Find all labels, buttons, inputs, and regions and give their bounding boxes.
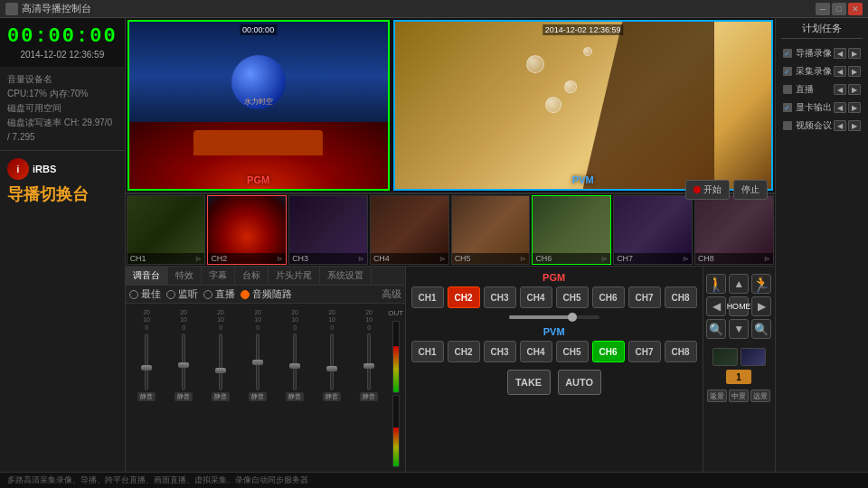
mute-btn-7[interactable]: 静音	[360, 392, 378, 401]
radio-best[interactable]: 最佳	[129, 287, 161, 301]
sidebar-arrow-right-2[interactable]: ▶	[848, 84, 861, 95]
channel-thumb-ch1[interactable]: CH1 ⊳	[127, 195, 206, 265]
sidebar-arrow-right-4[interactable]: ▶	[848, 120, 861, 131]
pvm-ch1-btn[interactable]: CH1	[411, 341, 444, 362]
pgm-ch4-btn[interactable]: CH4	[520, 286, 552, 308]
mute-btn-3[interactable]: 静音	[212, 392, 230, 401]
pgm-ch5-btn[interactable]: CH5	[556, 286, 589, 308]
fader-track-1[interactable]	[145, 333, 148, 390]
pvm-ch5-btn[interactable]: CH5	[556, 341, 589, 362]
fader-track-5[interactable]	[293, 333, 297, 390]
volume-knob[interactable]	[568, 313, 577, 322]
ptz-home-btn[interactable]: HOME	[729, 296, 749, 316]
sidebar-arrow-left-1[interactable]: ◀	[834, 66, 846, 77]
sidebar-check-1[interactable]: ✓	[783, 67, 792, 76]
ch2-icon: ⊳	[277, 255, 283, 263]
fader-track-4[interactable]	[256, 333, 259, 390]
shot-medium[interactable]: 中景	[729, 389, 749, 402]
close-button[interactable]: ✕	[848, 3, 863, 15]
channel-thumb-ch6[interactable]: CH6 ⊳	[532, 195, 611, 265]
fader-track-3[interactable]	[219, 333, 222, 390]
shot-return[interactable]: 返景	[707, 389, 727, 402]
shot-far[interactable]: 远景	[750, 389, 770, 402]
sidebar-arrow-right-1[interactable]: ▶	[848, 66, 861, 77]
pgm-ch8-btn[interactable]: CH8	[665, 286, 697, 308]
fader-track-7[interactable]	[367, 333, 371, 390]
sidebar-arrow-left-3[interactable]: ◀	[834, 102, 846, 113]
channel-thumb-ch5[interactable]: CH5 ⊳	[451, 195, 531, 265]
tab-titlecard[interactable]: 片头片尾	[269, 267, 320, 285]
ptz-walk-plus[interactable]: 🏃	[751, 274, 771, 294]
tab-effects[interactable]: 特效	[168, 267, 202, 285]
ptz-zoom-out[interactable]: 🔍	[751, 319, 771, 339]
ptz-down-btn[interactable]: ▼	[729, 319, 749, 339]
radio-monitor[interactable]: 监听	[166, 287, 198, 301]
ptz-zoom-minus[interactable]: 🔍	[706, 319, 726, 339]
minimize-button[interactable]: ─	[816, 3, 830, 15]
channel-thumb-ch4[interactable]: CH4 ⊳	[370, 195, 449, 265]
ptz-up-btn[interactable]: ▲	[729, 274, 749, 294]
mute-btn-5[interactable]: 静音	[286, 392, 304, 401]
fader-knob-3[interactable]	[215, 368, 226, 373]
sidebar-item-2: 直播 ◀ ▶	[781, 80, 863, 99]
tab-caption[interactable]: 字幕	[202, 267, 235, 285]
pgm-video: 水力时空	[129, 22, 388, 189]
camera-number[interactable]: 1	[726, 370, 751, 384]
audio-advanced-link[interactable]: 高级	[382, 287, 401, 301]
pvm-ch2-btn[interactable]: CH2	[448, 341, 480, 362]
sidebar-check-0[interactable]: ✓	[783, 49, 792, 58]
tab-mixer[interactable]: 调音台	[126, 267, 168, 285]
fader-1: 20100 静音	[129, 309, 165, 401]
fader-knob-5[interactable]	[289, 363, 300, 369]
pgm-ch1-btn[interactable]: CH1	[411, 286, 444, 308]
sidebar-arrow-right-0[interactable]: ▶	[848, 48, 861, 59]
mute-btn-2[interactable]: 静音	[175, 392, 193, 401]
volume-slider[interactable]	[509, 315, 599, 319]
radio-audio-follow[interactable]: 音频随路	[241, 287, 292, 301]
sidebar-check-4[interactable]	[783, 121, 792, 130]
pgm-ch3-btn[interactable]: CH3	[484, 286, 516, 308]
mute-btn-1[interactable]: 静音	[137, 392, 156, 401]
ptz-left-btn[interactable]: ◀	[706, 296, 726, 316]
tab-settings[interactable]: 系统设置	[320, 267, 372, 285]
channel-thumb-ch8[interactable]: CH8 ⊳	[694, 195, 774, 265]
pgm-ch2-btn[interactable]: CH2	[448, 286, 480, 308]
sidebar-arrow-left-2[interactable]: ◀	[834, 84, 846, 95]
fader-knob-1[interactable]	[141, 365, 152, 371]
pgm-ch7-btn[interactable]: CH7	[628, 286, 661, 308]
pvm-ch8-btn[interactable]: CH8	[665, 341, 697, 362]
pvm-ch3-btn[interactable]: CH3	[484, 341, 516, 362]
pvm-ch6-btn[interactable]: CH6	[592, 341, 625, 362]
ptz-zoom-in[interactable]: 🚶	[706, 274, 726, 294]
fader-track-6[interactable]	[330, 333, 334, 390]
channel-thumb-ch7[interactable]: CH7 ⊳	[613, 195, 693, 265]
timer-display: 00:00:00 2014-12-02 12:36:59	[0, 18, 125, 67]
sidebar-arrow-right-3[interactable]: ▶	[848, 102, 861, 113]
bubble-2	[564, 80, 577, 93]
channel-thumb-ch2[interactable]: CH2 ⊳	[207, 195, 287, 265]
stop-button[interactable]: 停止	[733, 180, 768, 200]
fader-knob-6[interactable]	[326, 366, 337, 371]
fader-knob-2[interactable]	[178, 362, 189, 368]
pgm-monitor: 水力时空 00:00:00 PGM	[127, 20, 390, 191]
take-button[interactable]: TAKE	[507, 370, 551, 395]
pvm-ch7-btn[interactable]: CH7	[628, 341, 661, 362]
fader-knob-7[interactable]	[363, 363, 374, 369]
tab-logo[interactable]: 台标	[235, 267, 269, 285]
sidebar-arrow-left-0[interactable]: ◀	[834, 48, 846, 59]
pvm-ch4-btn[interactable]: CH4	[520, 341, 552, 362]
channel-thumb-ch3[interactable]: CH3 ⊳	[288, 195, 368, 265]
mute-btn-6[interactable]: 静音	[323, 392, 341, 401]
mute-btn-4[interactable]: 静音	[249, 392, 267, 401]
start-button[interactable]: 开始	[685, 180, 730, 200]
pgm-ch6-btn[interactable]: CH6	[592, 286, 625, 308]
sidebar-arrow-left-4[interactable]: ◀	[834, 120, 846, 131]
auto-button[interactable]: AUTO	[558, 370, 601, 395]
ptz-right-btn[interactable]: ▶	[751, 296, 771, 316]
maximize-button[interactable]: □	[832, 3, 846, 15]
fader-track-2[interactable]	[182, 333, 185, 390]
radio-live[interactable]: 直播	[203, 287, 235, 301]
fader-knob-4[interactable]	[252, 360, 263, 365]
sidebar-check-2[interactable]	[783, 85, 792, 94]
sidebar-check-3[interactable]: ✓	[783, 103, 792, 112]
